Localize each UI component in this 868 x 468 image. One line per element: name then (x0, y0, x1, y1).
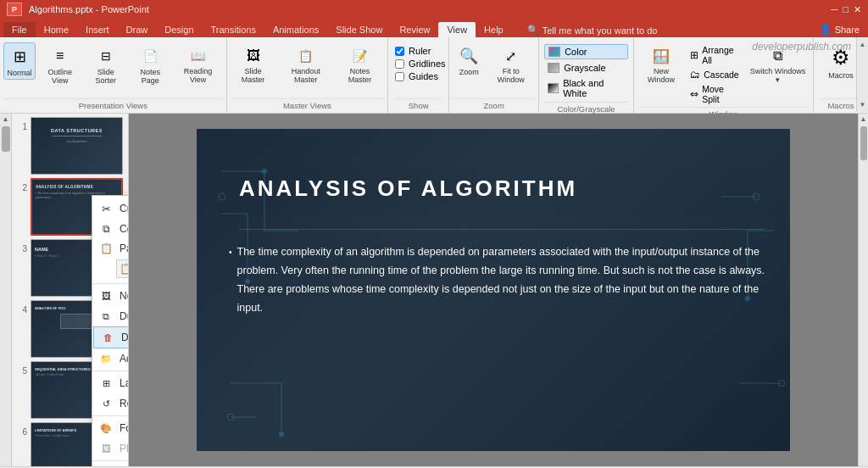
ctx-layout[interactable]: ⊞ Layout ▶ (92, 373, 129, 393)
normal-label: Normal (8, 69, 32, 77)
paste-options-label: Paste Options: (120, 242, 129, 254)
macros-label: Macros (828, 71, 854, 80)
share-icon: 👤 (820, 24, 832, 35)
guides-checkbox[interactable]: Guides (395, 71, 442, 81)
ctx-delete-slide[interactable]: 🗑 Delete Slide (93, 326, 129, 348)
layout-label: Layout (120, 377, 129, 389)
reading-view-label: Reading View (177, 68, 220, 85)
file-title: Algorithms.pptx - PowerPoint (29, 4, 149, 14)
ctx-format-background[interactable]: 🎨 Format Background... (92, 418, 129, 438)
tab-view[interactable]: View (438, 22, 476, 37)
copy-icon: ⧉ (99, 222, 113, 236)
new-window-label: New Window (641, 68, 682, 85)
gridlines-checkbox[interactable]: Gridlines (395, 58, 442, 69)
slide-canvas: ANALYSIS OF ALGORITHM • The time complex… (197, 129, 790, 451)
zoom-group-label: Zoom (453, 98, 535, 113)
slide-panel-left-bar: ▲ (0, 114, 12, 466)
ruler-checkbox[interactable]: Ruler (395, 46, 442, 56)
switch-windows-label: Switch Windows ▾ (749, 68, 806, 85)
grayscale-btn[interactable]: Grayscale (544, 61, 628, 75)
notes-master-btn[interactable]: 📝 Notes Master (336, 42, 384, 86)
ctx-add-section[interactable]: 📁 Add Section (92, 348, 129, 369)
paste-icon-1[interactable]: 📋 (116, 259, 129, 278)
slide-content: • The time complexity of an algorithm is… (229, 243, 766, 318)
ribbon-scroll[interactable]: ▲ ▼ (856, 37, 868, 112)
ctx-photo-album[interactable]: 🖼 Photo Album... (92, 438, 129, 459)
tab-home[interactable]: Home (36, 22, 77, 37)
minimize-btn[interactable]: ─ (832, 4, 838, 14)
ctx-cut[interactable]: ✂ Cut (92, 198, 129, 219)
tab-help[interactable]: Help (476, 22, 512, 37)
slide-master-btn[interactable]: 🖼 Slide Master (231, 42, 276, 86)
tab-transitions[interactable]: Transitions (203, 22, 264, 37)
move-split-btn[interactable]: ⇔ Move Split (687, 83, 744, 105)
outline-view-btn[interactable]: ≡ Outline View (37, 42, 83, 86)
new-window-icon: 🪟 (649, 44, 673, 68)
panel-scroll-up-icon[interactable]: ▲ (3, 115, 9, 123)
new-window-btn[interactable]: 🪟 New Window (637, 42, 685, 86)
format-background-label: Format Background... (120, 422, 129, 434)
master-views-label: Master Views (231, 98, 384, 113)
tab-review[interactable]: Review (391, 22, 438, 37)
ctx-copy[interactable]: ⧉ Copy (92, 219, 129, 239)
tab-insert[interactable]: Insert (77, 22, 118, 37)
ctx-separator-1 (92, 283, 129, 284)
ribbon-scroll-up-icon: ▲ (860, 41, 866, 48)
handout-master-icon: 📋 (294, 44, 318, 68)
slide-thumb-1[interactable]: DATA STRUCTURES circuit pattern (31, 117, 123, 175)
scroll-up-icon[interactable]: ▲ (860, 115, 867, 123)
delete-slide-icon: 🗑 (101, 331, 114, 344)
ctx-reset-slide[interactable]: ↺ Reset Slide (92, 393, 129, 414)
panel-scroll-thumb[interactable] (2, 126, 10, 152)
share-btn[interactable]: 👤 Share (811, 21, 868, 37)
slide-number-6: 6 (17, 422, 27, 437)
normal-btn[interactable]: ⊞ Normal (3, 42, 36, 80)
ctx-duplicate-slide[interactable]: ⧉ Duplicate Slide (92, 306, 129, 326)
cut-label: Cut (120, 203, 129, 214)
right-scrollbar[interactable]: ▲ (858, 114, 868, 466)
cascade-btn[interactable]: 🗂 Cascade (687, 68, 744, 81)
handout-master-label: Handout Master (281, 68, 331, 85)
show-group: Ruler Gridlines Guides Show (388, 37, 449, 113)
reading-view-btn[interactable]: 📖 Reading View (174, 42, 223, 86)
search-box[interactable]: 🔍 Tell me what you want to do (520, 23, 665, 37)
ribbon-scroll-down-icon: ▼ (860, 101, 866, 109)
notes-page-btn[interactable]: 📄 Notes Page (129, 42, 172, 86)
slide-number-5: 5 (17, 361, 27, 376)
slide-number-1: 1 (17, 117, 27, 131)
paste-icons-row: 📋 📄 A (92, 258, 129, 281)
duplicate-slide-label: Duplicate Slide (120, 310, 129, 322)
ctx-new-slide[interactable]: 🖼 New Slide (92, 286, 129, 306)
slide-title: ANALYSIS OF ALGORITHM (239, 176, 765, 202)
zoom-btn[interactable]: 🔍 Zoom (453, 42, 485, 78)
zoom-label: Zoom (459, 68, 479, 76)
photo-album-icon: 🖼 (99, 442, 113, 455)
scroll-thumb[interactable] (860, 126, 867, 160)
ctx-hide-slide[interactable]: 👁 Hide Slide (92, 463, 129, 466)
handout-master-btn[interactable]: 📋 Handout Master (277, 42, 334, 86)
tab-design[interactable]: Design (156, 22, 202, 37)
tab-animations[interactable]: Animations (264, 22, 327, 37)
tab-draw[interactable]: Draw (118, 22, 157, 37)
bw-btn[interactable]: Black and White (544, 76, 628, 100)
ribbon-tabs-bar: File Home Insert Draw Design Transitions… (0, 19, 868, 37)
tab-file[interactable]: File (3, 22, 36, 37)
move-split-icon: ⇔ (690, 88, 698, 100)
svg-point-4 (219, 193, 225, 200)
new-slide-icon: 🖼 (99, 289, 113, 303)
slide-sorter-label: Slide Sorter (88, 68, 125, 85)
arrange-all-btn[interactable]: ⊞ Arrange All (687, 44, 744, 66)
maximize-btn[interactable]: □ (843, 4, 849, 14)
main-area: ▲ 1 DATA STRUCTURES circuit pattern 2 AN… (0, 114, 868, 466)
tab-slideshow[interactable]: Slide Show (327, 22, 391, 37)
svg-point-17 (279, 432, 284, 437)
ctx-separator-4 (92, 460, 129, 461)
fit-to-window-label: Fit to Window (490, 68, 531, 85)
layout-icon: ⊞ (99, 376, 113, 390)
fit-to-window-btn[interactable]: ⤢ Fit to Window (487, 42, 535, 86)
slide-sorter-btn[interactable]: ⊟ Slide Sorter (85, 42, 128, 86)
show-group-label: Show (395, 98, 442, 113)
reset-slide-label: Reset Slide (120, 398, 129, 410)
close-btn[interactable]: ✕ (854, 4, 861, 15)
color-btn[interactable]: Color (544, 44, 628, 59)
